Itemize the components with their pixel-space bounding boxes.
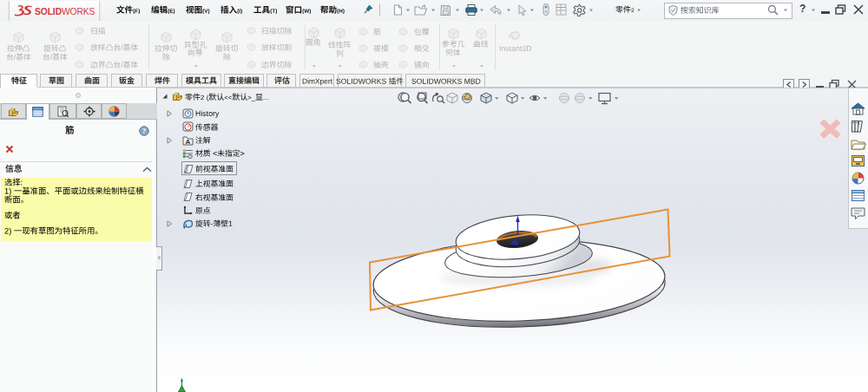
svg-text:A: A <box>186 138 191 146</box>
svg-text:SOLIDWORKS: SOLIDWORKS <box>35 7 95 16</box>
svg-text:?: ? <box>142 127 147 135</box>
